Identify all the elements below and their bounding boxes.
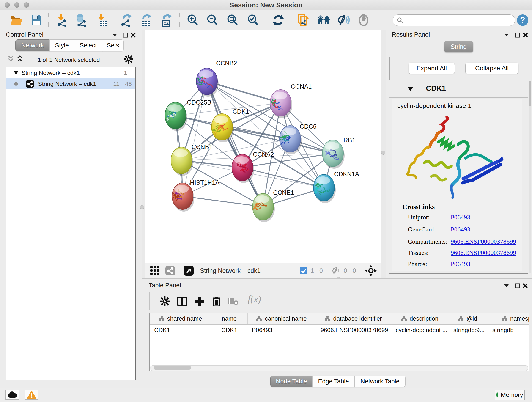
expand-all-button[interactable]: Expand All	[409, 63, 455, 74]
table-options-button[interactable]	[159, 295, 171, 307]
tab-edge-table[interactable]: Edge Table	[312, 376, 355, 387]
home-pair-button[interactable]	[316, 13, 331, 27]
left-splitter-handle[interactable]	[140, 205, 144, 209]
table-horizontal-scrollbar[interactable]	[150, 365, 528, 371]
zoom-selected-button[interactable]	[245, 13, 260, 27]
delete-table-button[interactable]	[227, 295, 239, 307]
refresh-button[interactable]	[271, 13, 286, 27]
cell-shared-name[interactable]: CDK1	[150, 325, 211, 336]
node-CCNB1[interactable]: CCNB1	[171, 143, 213, 176]
column-header-database-identifier[interactable]: database identifier	[316, 313, 391, 324]
node-HIST1H1A[interactable]: HIST1H1A	[172, 179, 220, 211]
import-database-button[interactable]	[74, 13, 89, 27]
zoom-out-button[interactable]	[205, 13, 220, 27]
close-panel-button[interactable]	[522, 282, 529, 289]
collapse-all-button[interactable]: Collapse All	[465, 63, 519, 74]
column-label: shared name	[167, 315, 202, 322]
hide-panel-button[interactable]	[336, 13, 351, 27]
clone-network-button[interactable]	[296, 13, 311, 27]
cell-namespace[interactable]: stringdb	[487, 325, 529, 336]
cell-id[interactable]: stringdb:9...	[448, 325, 487, 336]
column-label: @id	[467, 315, 477, 322]
tab-string[interactable]: String	[444, 41, 473, 52]
cell-canonical-name[interactable]: P06493	[248, 325, 316, 336]
fit-content-icon[interactable]	[365, 265, 377, 276]
tab-style[interactable]: Style	[50, 39, 74, 51]
network-options-button[interactable]	[124, 54, 134, 64]
add-column-button[interactable]	[194, 295, 206, 307]
close-panel-button[interactable]	[130, 32, 137, 38]
tab-network[interactable]: Network	[15, 39, 50, 51]
results-scrollbar[interactable]	[529, 81, 531, 273]
export-table-button[interactable]	[139, 13, 154, 27]
network-view-icon[interactable]	[165, 266, 175, 275]
import-table-button[interactable]	[95, 13, 110, 27]
collapse-panel-button[interactable]	[111, 32, 118, 38]
results-actions-box: Expand All Collapse All	[389, 57, 528, 80]
export-image-button[interactable]	[159, 13, 174, 27]
cell-database-identifier[interactable]: 9606.ENSP00000378699	[316, 325, 391, 336]
external-view-icon[interactable]	[184, 266, 194, 276]
node-CCNE1[interactable]: CCNE1	[252, 189, 294, 222]
search-input[interactable]	[405, 17, 511, 24]
network-canvas[interactable]: CCNB2CCNA1CDC25BCDK1CDC6RB1CCNB1CCNA2CDK…	[145, 30, 381, 263]
network-row-label: String Network – cdk1	[38, 80, 96, 88]
collapse-panel-button[interactable]	[503, 282, 510, 289]
right-splitter-handle[interactable]	[381, 151, 385, 155]
crosslink-link[interactable]: 9606.ENSP00000378699	[451, 249, 516, 256]
close-panel-button[interactable]	[522, 32, 529, 38]
crosslink-link[interactable]: 9606.ENSP00000378699	[451, 238, 516, 245]
export-network-button[interactable]	[119, 13, 134, 27]
toolbar-separator	[264, 13, 264, 27]
show-panel-button[interactable]	[356, 13, 371, 27]
tab-select[interactable]: Select	[74, 39, 102, 51]
cell-name[interactable]: CDK1	[211, 325, 248, 336]
crosslink-link[interactable]: P06493	[451, 214, 470, 221]
node-CDKN1A[interactable]: CDKN1A	[313, 171, 359, 203]
column-header-id[interactable]: @id	[448, 313, 487, 324]
import-network-button[interactable]	[55, 13, 70, 27]
save-session-button[interactable]	[29, 13, 44, 27]
node-CDC6[interactable]: CDC6	[279, 123, 317, 154]
column-header-canonical-name[interactable]: canonical name	[248, 313, 316, 324]
cell-description[interactable]: cyclin-dependent ...	[391, 325, 448, 336]
tab-network-table[interactable]: Network Table	[355, 376, 405, 387]
grid-view-icon[interactable]	[150, 266, 159, 275]
float-panel-button[interactable]	[122, 32, 129, 38]
column-header-name[interactable]: name	[211, 313, 248, 324]
crosslink-link[interactable]: P06493	[451, 226, 470, 233]
results-scrollbar-thumb[interactable]	[529, 81, 531, 106]
float-panel-button[interactable]	[514, 32, 521, 38]
network-collection-row[interactable]: String Network – cdk1 1	[6, 67, 135, 78]
help-button[interactable]: ?	[515, 13, 530, 27]
memory-button[interactable]: Memory	[495, 390, 525, 400]
tab-sets[interactable]: Sets	[102, 39, 124, 51]
tab-node-table[interactable]: Node Table	[270, 376, 312, 387]
tab-label: Style	[55, 42, 69, 49]
node-RB1[interactable]: RB1	[322, 137, 355, 169]
node-CDC25B[interactable]: CDC25B	[165, 99, 211, 131]
warnings-button[interactable]	[25, 390, 38, 400]
gene-section-header[interactable]: CDK1	[389, 81, 528, 98]
node-CCNB2[interactable]: CCNB2	[196, 60, 237, 97]
column-header-shared-name[interactable]: shared name	[150, 313, 211, 324]
crosslink-link[interactable]: P06493	[451, 260, 470, 268]
network-status-bar: String Network – cdk1 1 - 0 0 - 0	[145, 263, 381, 278]
open-session-button[interactable]	[9, 13, 24, 27]
column-label: canonical name	[265, 315, 307, 322]
table-row[interactable]: CDK1 CDK1 P06493 9606.ENSP00000378699 cy…	[150, 325, 529, 336]
delete-column-button[interactable]	[210, 295, 222, 307]
show-columns-button[interactable]	[176, 295, 188, 307]
node-label-RB1: RB1	[343, 137, 355, 144]
toolbar-separator	[48, 13, 49, 27]
column-header-description[interactable]: description	[391, 313, 448, 324]
network-row[interactable]: String Network – cdk1 11 48	[6, 78, 135, 89]
zoom-in-button[interactable]	[185, 13, 200, 27]
scrollbar-thumb[interactable]	[153, 366, 191, 370]
collapse-panel-button[interactable]	[503, 32, 510, 38]
float-panel-button[interactable]	[514, 282, 521, 289]
column-header-namespace[interactable]: namespace	[487, 313, 529, 324]
cloud-status-button[interactable]	[5, 390, 19, 400]
zoom-fit-button[interactable]	[225, 13, 240, 27]
function-builder-button[interactable]: f(x)	[248, 294, 261, 305]
